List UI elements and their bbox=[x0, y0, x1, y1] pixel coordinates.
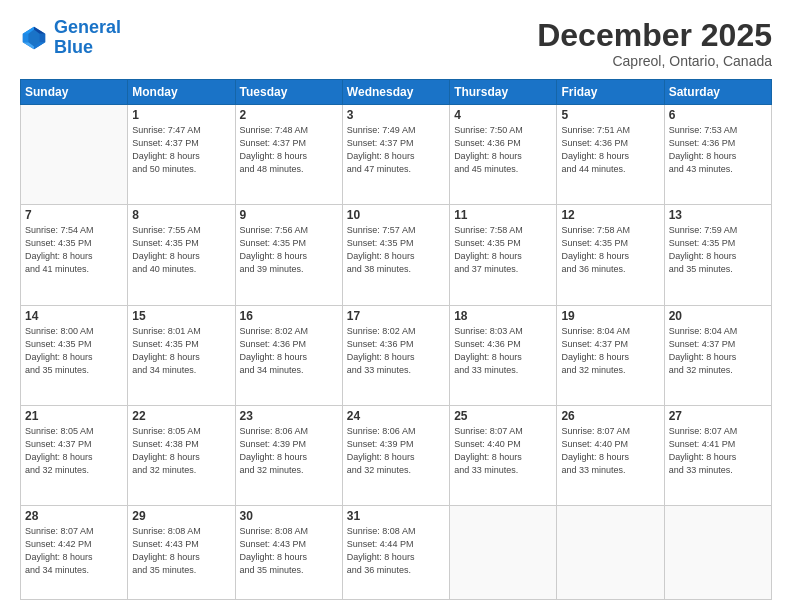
day-info: Sunrise: 8:02 AM Sunset: 4:36 PM Dayligh… bbox=[240, 325, 338, 377]
calendar-cell bbox=[21, 105, 128, 205]
calendar-header-row: SundayMondayTuesdayWednesdayThursdayFrid… bbox=[21, 80, 772, 105]
calendar-cell: 24Sunrise: 8:06 AM Sunset: 4:39 PM Dayli… bbox=[342, 405, 449, 505]
day-info: Sunrise: 8:05 AM Sunset: 4:37 PM Dayligh… bbox=[25, 425, 123, 477]
calendar-cell: 6Sunrise: 7:53 AM Sunset: 4:36 PM Daylig… bbox=[664, 105, 771, 205]
calendar-cell: 28Sunrise: 8:07 AM Sunset: 4:42 PM Dayli… bbox=[21, 505, 128, 599]
day-info: Sunrise: 7:54 AM Sunset: 4:35 PM Dayligh… bbox=[25, 224, 123, 276]
day-info: Sunrise: 7:49 AM Sunset: 4:37 PM Dayligh… bbox=[347, 124, 445, 176]
day-info: Sunrise: 7:59 AM Sunset: 4:35 PM Dayligh… bbox=[669, 224, 767, 276]
day-number: 28 bbox=[25, 509, 123, 523]
calendar-week-row: 28Sunrise: 8:07 AM Sunset: 4:42 PM Dayli… bbox=[21, 505, 772, 599]
day-number: 8 bbox=[132, 208, 230, 222]
day-of-week-header: Monday bbox=[128, 80, 235, 105]
calendar-cell: 30Sunrise: 8:08 AM Sunset: 4:43 PM Dayli… bbox=[235, 505, 342, 599]
location-subtitle: Capreol, Ontario, Canada bbox=[537, 53, 772, 69]
day-info: Sunrise: 7:50 AM Sunset: 4:36 PM Dayligh… bbox=[454, 124, 552, 176]
calendar-cell bbox=[664, 505, 771, 599]
day-of-week-header: Wednesday bbox=[342, 80, 449, 105]
calendar-cell: 10Sunrise: 7:57 AM Sunset: 4:35 PM Dayli… bbox=[342, 205, 449, 305]
calendar-cell: 23Sunrise: 8:06 AM Sunset: 4:39 PM Dayli… bbox=[235, 405, 342, 505]
calendar-cell: 29Sunrise: 8:08 AM Sunset: 4:43 PM Dayli… bbox=[128, 505, 235, 599]
day-info: Sunrise: 7:58 AM Sunset: 4:35 PM Dayligh… bbox=[454, 224, 552, 276]
day-info: Sunrise: 8:01 AM Sunset: 4:35 PM Dayligh… bbox=[132, 325, 230, 377]
day-info: Sunrise: 8:06 AM Sunset: 4:39 PM Dayligh… bbox=[347, 425, 445, 477]
day-number: 22 bbox=[132, 409, 230, 423]
day-info: Sunrise: 8:02 AM Sunset: 4:36 PM Dayligh… bbox=[347, 325, 445, 377]
calendar-cell: 16Sunrise: 8:02 AM Sunset: 4:36 PM Dayli… bbox=[235, 305, 342, 405]
day-info: Sunrise: 8:05 AM Sunset: 4:38 PM Dayligh… bbox=[132, 425, 230, 477]
calendar-cell: 21Sunrise: 8:05 AM Sunset: 4:37 PM Dayli… bbox=[21, 405, 128, 505]
day-info: Sunrise: 8:04 AM Sunset: 4:37 PM Dayligh… bbox=[561, 325, 659, 377]
calendar-cell: 13Sunrise: 7:59 AM Sunset: 4:35 PM Dayli… bbox=[664, 205, 771, 305]
day-number: 27 bbox=[669, 409, 767, 423]
day-number: 15 bbox=[132, 309, 230, 323]
calendar-cell: 1Sunrise: 7:47 AM Sunset: 4:37 PM Daylig… bbox=[128, 105, 235, 205]
header: General Blue December 2025 Capreol, Onta… bbox=[20, 18, 772, 69]
calendar-week-row: 21Sunrise: 8:05 AM Sunset: 4:37 PM Dayli… bbox=[21, 405, 772, 505]
svg-marker-5 bbox=[23, 34, 29, 42]
day-number: 14 bbox=[25, 309, 123, 323]
day-number: 1 bbox=[132, 108, 230, 122]
calendar-cell: 31Sunrise: 8:08 AM Sunset: 4:44 PM Dayli… bbox=[342, 505, 449, 599]
logo-icon bbox=[20, 24, 48, 52]
day-info: Sunrise: 8:07 AM Sunset: 4:40 PM Dayligh… bbox=[561, 425, 659, 477]
day-number: 9 bbox=[240, 208, 338, 222]
calendar-cell: 15Sunrise: 8:01 AM Sunset: 4:35 PM Dayli… bbox=[128, 305, 235, 405]
day-info: Sunrise: 7:51 AM Sunset: 4:36 PM Dayligh… bbox=[561, 124, 659, 176]
day-number: 26 bbox=[561, 409, 659, 423]
logo: General Blue bbox=[20, 18, 121, 58]
day-info: Sunrise: 8:08 AM Sunset: 4:44 PM Dayligh… bbox=[347, 525, 445, 577]
calendar-cell: 9Sunrise: 7:56 AM Sunset: 4:35 PM Daylig… bbox=[235, 205, 342, 305]
day-number: 5 bbox=[561, 108, 659, 122]
day-number: 11 bbox=[454, 208, 552, 222]
calendar-cell: 8Sunrise: 7:55 AM Sunset: 4:35 PM Daylig… bbox=[128, 205, 235, 305]
day-info: Sunrise: 8:07 AM Sunset: 4:40 PM Dayligh… bbox=[454, 425, 552, 477]
calendar-cell: 19Sunrise: 8:04 AM Sunset: 4:37 PM Dayli… bbox=[557, 305, 664, 405]
day-number: 10 bbox=[347, 208, 445, 222]
day-of-week-header: Friday bbox=[557, 80, 664, 105]
calendar-cell bbox=[557, 505, 664, 599]
calendar-cell: 2Sunrise: 7:48 AM Sunset: 4:37 PM Daylig… bbox=[235, 105, 342, 205]
calendar-cell: 27Sunrise: 8:07 AM Sunset: 4:41 PM Dayli… bbox=[664, 405, 771, 505]
calendar-cell: 5Sunrise: 7:51 AM Sunset: 4:36 PM Daylig… bbox=[557, 105, 664, 205]
day-of-week-header: Thursday bbox=[450, 80, 557, 105]
day-number: 29 bbox=[132, 509, 230, 523]
calendar-cell: 26Sunrise: 8:07 AM Sunset: 4:40 PM Dayli… bbox=[557, 405, 664, 505]
calendar-cell: 4Sunrise: 7:50 AM Sunset: 4:36 PM Daylig… bbox=[450, 105, 557, 205]
calendar-cell: 18Sunrise: 8:03 AM Sunset: 4:36 PM Dayli… bbox=[450, 305, 557, 405]
day-info: Sunrise: 8:00 AM Sunset: 4:35 PM Dayligh… bbox=[25, 325, 123, 377]
logo-text: General Blue bbox=[54, 18, 121, 58]
day-number: 31 bbox=[347, 509, 445, 523]
calendar-cell: 20Sunrise: 8:04 AM Sunset: 4:37 PM Dayli… bbox=[664, 305, 771, 405]
svg-marker-2 bbox=[40, 34, 46, 42]
calendar-week-row: 7Sunrise: 7:54 AM Sunset: 4:35 PM Daylig… bbox=[21, 205, 772, 305]
day-info: Sunrise: 8:07 AM Sunset: 4:42 PM Dayligh… bbox=[25, 525, 123, 577]
day-info: Sunrise: 7:56 AM Sunset: 4:35 PM Dayligh… bbox=[240, 224, 338, 276]
day-info: Sunrise: 8:07 AM Sunset: 4:41 PM Dayligh… bbox=[669, 425, 767, 477]
day-number: 23 bbox=[240, 409, 338, 423]
day-info: Sunrise: 8:06 AM Sunset: 4:39 PM Dayligh… bbox=[240, 425, 338, 477]
day-number: 13 bbox=[669, 208, 767, 222]
day-number: 21 bbox=[25, 409, 123, 423]
calendar-week-row: 1Sunrise: 7:47 AM Sunset: 4:37 PM Daylig… bbox=[21, 105, 772, 205]
month-title: December 2025 bbox=[537, 18, 772, 53]
calendar-cell: 12Sunrise: 7:58 AM Sunset: 4:35 PM Dayli… bbox=[557, 205, 664, 305]
day-info: Sunrise: 7:48 AM Sunset: 4:37 PM Dayligh… bbox=[240, 124, 338, 176]
day-number: 18 bbox=[454, 309, 552, 323]
day-of-week-header: Tuesday bbox=[235, 80, 342, 105]
day-of-week-header: Saturday bbox=[664, 80, 771, 105]
day-info: Sunrise: 8:04 AM Sunset: 4:37 PM Dayligh… bbox=[669, 325, 767, 377]
day-info: Sunrise: 7:55 AM Sunset: 4:35 PM Dayligh… bbox=[132, 224, 230, 276]
day-number: 25 bbox=[454, 409, 552, 423]
page: General Blue December 2025 Capreol, Onta… bbox=[0, 0, 792, 612]
day-number: 3 bbox=[347, 108, 445, 122]
day-info: Sunrise: 8:08 AM Sunset: 4:43 PM Dayligh… bbox=[240, 525, 338, 577]
day-number: 30 bbox=[240, 509, 338, 523]
calendar-cell: 22Sunrise: 8:05 AM Sunset: 4:38 PM Dayli… bbox=[128, 405, 235, 505]
day-info: Sunrise: 7:57 AM Sunset: 4:35 PM Dayligh… bbox=[347, 224, 445, 276]
day-number: 19 bbox=[561, 309, 659, 323]
day-number: 17 bbox=[347, 309, 445, 323]
day-info: Sunrise: 7:53 AM Sunset: 4:36 PM Dayligh… bbox=[669, 124, 767, 176]
calendar-cell bbox=[450, 505, 557, 599]
calendar-cell: 25Sunrise: 8:07 AM Sunset: 4:40 PM Dayli… bbox=[450, 405, 557, 505]
